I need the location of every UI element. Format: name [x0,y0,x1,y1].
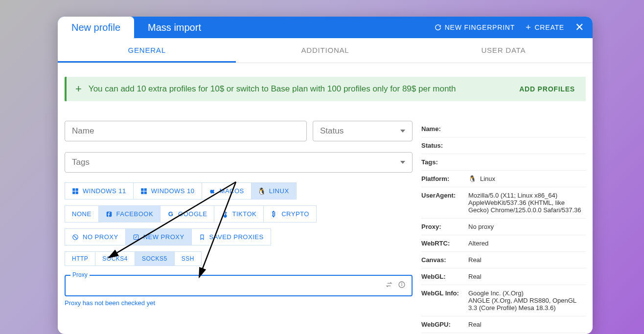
swap-icon[interactable] [385,281,393,290]
name-placeholder: Name [72,126,94,136]
info-value: Altered [468,240,586,247]
chip-ssh[interactable]: SSH [174,251,202,266]
chip-tiktok[interactable]: TIKTOK [214,205,264,223]
proxy-input[interactable] [71,282,385,290]
subtab-userdata[interactable]: USER DATA [414,38,593,63]
chip-http[interactable]: HTTP [65,251,95,266]
info-value: Real [468,321,586,328]
chip-windows-10[interactable]: WINDOWS 10 [133,182,202,200]
svg-rect-7 [144,191,146,194]
info-value [468,142,586,149]
tags-select[interactable]: Tags [65,152,413,173]
subtab-general[interactable]: GENERAL [58,38,236,63]
tab-mass-import[interactable]: Mass import [134,17,215,38]
svg-rect-3 [76,191,78,194]
create-label: CREATE [534,23,564,31]
topbar: New profile Mass import NEW FINGERPRINT … [58,17,593,38]
subtab-additional[interactable]: ADDITIONAL [236,38,414,63]
protocol-chip-group: HTTP SOCKS4 SOCKS5 SSH [65,251,413,266]
chip-label: TIKTOK [232,210,256,218]
svg-point-14 [402,283,402,284]
chip-facebook[interactable]: FACEBOOK [98,205,161,223]
info-value: Real [468,273,586,280]
tags-placeholder: Tags [72,157,90,167]
chip-linux[interactable]: 🐧 LINUX [251,182,297,200]
new-fingerprint-label: NEW FINGERPRINT [445,23,515,31]
proxy-field-label: Proxy [70,271,90,278]
info-icon[interactable] [398,281,406,290]
info-label: Name: [421,125,468,133]
status-placeholder: Status [320,126,344,136]
chip-socks5[interactable]: SOCKS5 [135,251,175,266]
no-proxy-icon [72,234,79,241]
info-row: Status: [421,137,586,154]
chip-windows-11[interactable]: WINDOWS 11 [65,182,134,200]
info-label: WebRTC: [421,240,468,247]
subtabs: GENERAL ADDITIONAL USER DATA [58,38,593,63]
info-row: UserAgent:Mozilla/5.0 (X11; Linux x86_64… [421,187,586,219]
chip-label: CRYPTO [281,210,309,218]
chip-label: MACOS [220,187,244,195]
chip-none[interactable]: NONE [65,205,99,223]
form-panel: Name Status Tags WINDOWS 11 [65,121,413,333]
new-fingerprint-button[interactable]: NEW FINGERPRINT [435,23,515,31]
chip-crypto[interactable]: ₿ CRYPTO [263,205,317,223]
svg-rect-2 [72,191,75,194]
windows-icon [140,188,147,195]
info-label: WebGL: [421,273,468,280]
info-row: Name: [421,121,586,137]
chip-label: NO PROXY [83,233,118,241]
summary-panel: Name:Status:Tags:Platform:🐧LinuxUserAgen… [421,121,586,333]
info-row: Platform:🐧Linux [421,171,586,187]
chip-google[interactable]: G GOOGLE [160,205,214,223]
chevron-down-icon [400,161,405,164]
apple-icon [209,188,216,195]
info-value: Google Inc. (X.Org) ANGLE (X.Org, AMD RS… [468,289,586,312]
bookmark-icon [199,234,206,241]
chevron-down-icon [400,130,405,133]
status-select[interactable]: Status [313,121,413,141]
info-label: Canvas: [421,256,468,264]
content: + You can add 10 extra profiles for 10$ … [58,63,593,334]
add-profiles-button[interactable]: ADD PROFILES [519,85,575,93]
facebook-icon [106,211,113,218]
info-label: UserAgent: [421,192,468,214]
info-value: Real [468,256,586,264]
svg-line-10 [74,235,77,239]
info-row: Canvas:Real [421,252,586,268]
chip-label: WINDOWS 10 [151,187,195,195]
banner-text: You can add 10 extra profiles for 10$ or… [89,84,456,94]
os-chip-group: WINDOWS 11 WINDOWS 10 MACOS 🐧 LINUX [65,182,413,200]
info-value: 🐧Linux [468,175,586,182]
bitcoin-icon: ₿ [271,211,277,218]
name-input[interactable]: Name [65,121,307,141]
plus-icon: + [526,22,531,33]
info-row: Tags: [421,154,586,171]
svg-rect-4 [141,188,143,191]
windows-icon [72,188,79,195]
tab-new-profile[interactable]: New profile [58,17,134,38]
info-value [468,125,586,133]
close-icon: ✕ [575,21,584,33]
chip-saved-proxies[interactable]: SAVED PROXIES [191,228,271,245]
chip-label: FACEBOOK [116,210,154,218]
info-row: Proxy:No proxy [421,219,586,235]
proxy-mode-chip-group: NO PROXY NEW PROXY SAVED PROXIES [65,228,413,245]
info-row: WebGL:Real [421,268,586,285]
close-button[interactable]: ✕ [575,22,584,33]
info-label: Tags: [421,158,468,166]
chip-macos[interactable]: MACOS [202,182,252,200]
upsell-banner: + You can add 10 extra profiles for 10$ … [65,77,586,101]
info-label: WebGPU: [421,321,468,328]
tiktok-icon [221,211,228,218]
chip-label: NONE [72,210,92,218]
site-chip-group: NONE FACEBOOK G GOOGLE TIKTOK [65,205,413,223]
chip-no-proxy[interactable]: NO PROXY [65,228,126,245]
chip-socks4[interactable]: SOCKS4 [95,251,135,266]
chip-new-proxy[interactable]: NEW PROXY [125,228,192,245]
refresh-icon [435,24,441,31]
info-row: WebRTC:Altered [421,235,586,252]
create-button[interactable]: + CREATE [526,22,564,33]
proxy-hint: Proxy has not been checked yet [65,299,413,307]
plus-icon: + [75,83,82,95]
